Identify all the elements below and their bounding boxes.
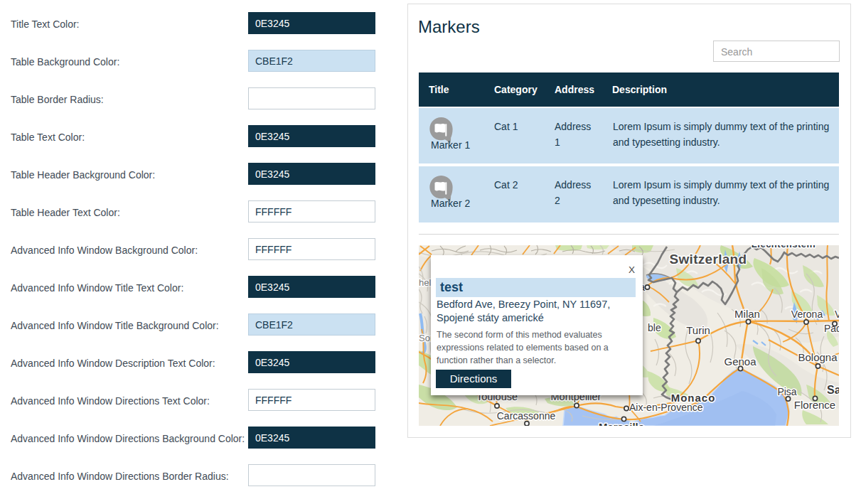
svg-text:Bologna: Bologna: [798, 351, 838, 363]
svg-text:Aix-en-Provence: Aix-en-Provence: [629, 402, 703, 413]
svg-text:Turin: Turin: [686, 324, 710, 336]
svg-text:Carcassonne: Carcassonne: [497, 410, 556, 422]
svg-text:Verona: Verona: [791, 309, 823, 320]
svg-text:hel: hel: [419, 277, 431, 288]
svg-text:ble: ble: [648, 322, 661, 333]
svg-text:Marseille: Marseille: [599, 421, 644, 426]
svg-text:Pisa: Pisa: [777, 386, 796, 397]
svg-text:San: San: [827, 384, 839, 396]
svg-text:Milan: Milan: [734, 308, 760, 320]
svg-text:Venice: Venice: [835, 309, 839, 320]
svg-text:Switzerland: Switzerland: [670, 252, 747, 267]
svg-text:Genoa: Genoa: [724, 355, 756, 368]
svg-text:Liechtenstein: Liechtenstein: [752, 245, 815, 250]
